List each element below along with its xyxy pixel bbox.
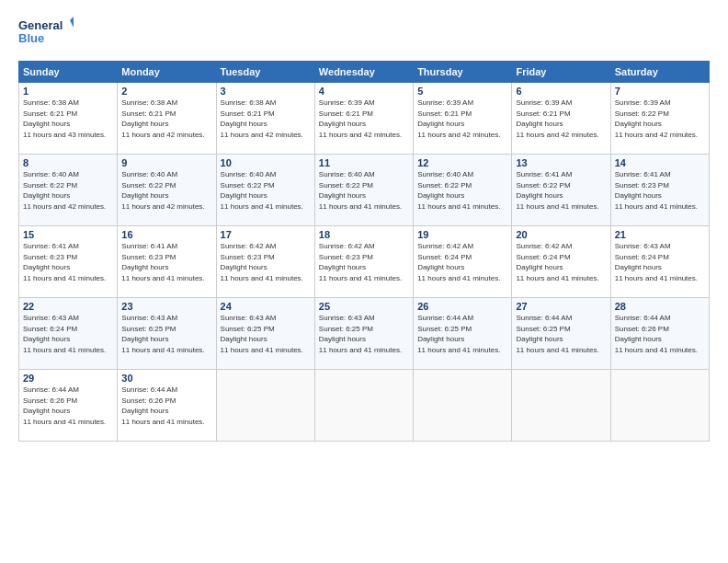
calendar-cell: 20Sunrise: 6:42 AMSunset: 6:24 PMDayligh… bbox=[512, 226, 610, 298]
logo: General Blue bbox=[18, 15, 74, 52]
weekday-header-saturday: Saturday bbox=[610, 62, 709, 83]
weekday-header-friday: Friday bbox=[512, 62, 610, 83]
calendar-cell: 10Sunrise: 6:40 AMSunset: 6:22 PMDayligh… bbox=[216, 155, 314, 226]
calendar-cell: 14Sunrise: 6:41 AMSunset: 6:23 PMDayligh… bbox=[610, 155, 709, 226]
svg-marker-2 bbox=[70, 17, 74, 28]
day-info: Sunrise: 6:44 AMSunset: 6:26 PMDaylight … bbox=[615, 313, 705, 355]
day-info: Sunrise: 6:42 AMSunset: 6:24 PMDaylight … bbox=[417, 241, 507, 283]
calendar-cell: 28Sunrise: 6:44 AMSunset: 6:26 PMDayligh… bbox=[610, 298, 709, 370]
day-number: 19 bbox=[417, 229, 507, 240]
calendar-cell: 15Sunrise: 6:41 AMSunset: 6:23 PMDayligh… bbox=[19, 226, 118, 298]
day-info: Sunrise: 6:43 AMSunset: 6:24 PMDaylight … bbox=[23, 313, 113, 355]
day-info: Sunrise: 6:38 AMSunset: 6:21 PMDaylight … bbox=[221, 98, 311, 140]
day-info: Sunrise: 6:39 AMSunset: 6:22 PMDaylight … bbox=[615, 98, 705, 140]
day-number: 28 bbox=[615, 301, 705, 312]
day-info: Sunrise: 6:44 AMSunset: 6:25 PMDaylight … bbox=[417, 313, 507, 355]
weekday-header-wednesday: Wednesday bbox=[314, 62, 413, 83]
day-info: Sunrise: 6:40 AMSunset: 6:22 PMDaylight … bbox=[417, 169, 507, 212]
calendar-cell: 2Sunrise: 6:38 AMSunset: 6:21 PMDaylight… bbox=[118, 83, 216, 155]
calendar-cell: 12Sunrise: 6:40 AMSunset: 6:22 PMDayligh… bbox=[414, 155, 512, 226]
day-number: 18 bbox=[319, 229, 409, 240]
calendar-cell bbox=[216, 370, 314, 442]
day-info: Sunrise: 6:44 AMSunset: 6:25 PMDaylight … bbox=[516, 313, 606, 355]
day-info: Sunrise: 6:41 AMSunset: 6:23 PMDaylight … bbox=[121, 241, 211, 283]
day-info: Sunrise: 6:38 AMSunset: 6:21 PMDaylight … bbox=[121, 98, 211, 140]
calendar-cell: 21Sunrise: 6:43 AMSunset: 6:24 PMDayligh… bbox=[610, 226, 709, 298]
day-number: 23 bbox=[121, 301, 211, 312]
day-info: Sunrise: 6:44 AMSunset: 6:26 PMDaylight … bbox=[121, 385, 211, 427]
day-number: 1 bbox=[23, 86, 113, 97]
day-info: Sunrise: 6:40 AMSunset: 6:22 PMDaylight … bbox=[121, 169, 211, 212]
day-info: Sunrise: 6:39 AMSunset: 6:21 PMDaylight … bbox=[417, 98, 507, 140]
day-number: 5 bbox=[417, 86, 507, 97]
day-number: 7 bbox=[615, 86, 705, 97]
calendar-cell: 5Sunrise: 6:39 AMSunset: 6:21 PMDaylight… bbox=[414, 83, 512, 155]
calendar-week-4: 22Sunrise: 6:43 AMSunset: 6:24 PMDayligh… bbox=[19, 298, 710, 370]
day-info: Sunrise: 6:40 AMSunset: 6:22 PMDaylight … bbox=[23, 169, 113, 212]
calendar-cell: 27Sunrise: 6:44 AMSunset: 6:25 PMDayligh… bbox=[512, 298, 610, 370]
calendar-cell: 30Sunrise: 6:44 AMSunset: 6:26 PMDayligh… bbox=[118, 370, 216, 442]
weekday-header-monday: Monday bbox=[118, 62, 216, 83]
calendar-week-5: 29Sunrise: 6:44 AMSunset: 6:26 PMDayligh… bbox=[19, 370, 710, 442]
weekday-header-thursday: Thursday bbox=[414, 62, 512, 83]
day-info: Sunrise: 6:39 AMSunset: 6:21 PMDaylight … bbox=[319, 98, 409, 140]
day-info: Sunrise: 6:40 AMSunset: 6:22 PMDaylight … bbox=[319, 169, 409, 212]
calendar-cell bbox=[314, 370, 413, 442]
day-number: 26 bbox=[417, 301, 507, 312]
day-info: Sunrise: 6:40 AMSunset: 6:22 PMDaylight … bbox=[221, 169, 311, 212]
day-number: 4 bbox=[319, 86, 409, 97]
day-number: 9 bbox=[121, 157, 211, 168]
weekday-header-sunday: Sunday bbox=[19, 62, 118, 83]
calendar-week-1: 1Sunrise: 6:38 AMSunset: 6:21 PMDaylight… bbox=[19, 83, 710, 155]
calendar-table: SundayMondayTuesdayWednesdayThursdayFrid… bbox=[18, 61, 710, 442]
day-number: 12 bbox=[417, 157, 507, 168]
day-number: 25 bbox=[319, 301, 409, 312]
day-number: 11 bbox=[319, 157, 409, 168]
calendar-cell: 9Sunrise: 6:40 AMSunset: 6:22 PMDaylight… bbox=[118, 155, 216, 226]
day-number: 22 bbox=[23, 301, 113, 312]
day-number: 24 bbox=[221, 301, 311, 312]
day-number: 29 bbox=[23, 373, 113, 384]
calendar-cell: 22Sunrise: 6:43 AMSunset: 6:24 PMDayligh… bbox=[19, 298, 118, 370]
calendar-cell: 18Sunrise: 6:42 AMSunset: 6:23 PMDayligh… bbox=[314, 226, 413, 298]
calendar-cell: 24Sunrise: 6:43 AMSunset: 6:25 PMDayligh… bbox=[216, 298, 314, 370]
calendar-cell: 8Sunrise: 6:40 AMSunset: 6:22 PMDaylight… bbox=[19, 155, 118, 226]
calendar-cell: 11Sunrise: 6:40 AMSunset: 6:22 PMDayligh… bbox=[314, 155, 413, 226]
calendar-cell: 26Sunrise: 6:44 AMSunset: 6:25 PMDayligh… bbox=[414, 298, 512, 370]
day-info: Sunrise: 6:43 AMSunset: 6:24 PMDaylight … bbox=[615, 241, 705, 283]
calendar-cell: 13Sunrise: 6:41 AMSunset: 6:22 PMDayligh… bbox=[512, 155, 610, 226]
day-info: Sunrise: 6:43 AMSunset: 6:25 PMDaylight … bbox=[221, 313, 311, 355]
day-number: 27 bbox=[516, 301, 606, 312]
day-number: 14 bbox=[615, 157, 705, 168]
day-number: 2 bbox=[121, 86, 211, 97]
page: General Blue SundayMondayTuesdayWednesda… bbox=[0, 0, 728, 563]
day-number: 20 bbox=[516, 229, 606, 240]
day-info: Sunrise: 6:44 AMSunset: 6:26 PMDaylight … bbox=[23, 385, 113, 427]
calendar-week-3: 15Sunrise: 6:41 AMSunset: 6:23 PMDayligh… bbox=[19, 226, 710, 298]
day-number: 8 bbox=[23, 157, 113, 168]
day-number: 21 bbox=[615, 229, 705, 240]
calendar-cell: 23Sunrise: 6:43 AMSunset: 6:25 PMDayligh… bbox=[118, 298, 216, 370]
day-info: Sunrise: 6:42 AMSunset: 6:24 PMDaylight … bbox=[516, 241, 606, 283]
calendar-cell: 19Sunrise: 6:42 AMSunset: 6:24 PMDayligh… bbox=[414, 226, 512, 298]
day-number: 17 bbox=[221, 229, 311, 240]
calendar-cell: 1Sunrise: 6:38 AMSunset: 6:21 PMDaylight… bbox=[19, 83, 118, 155]
day-number: 3 bbox=[221, 86, 311, 97]
day-number: 16 bbox=[121, 229, 211, 240]
day-number: 6 bbox=[516, 86, 606, 97]
day-number: 30 bbox=[121, 373, 211, 384]
calendar-cell: 16Sunrise: 6:41 AMSunset: 6:23 PMDayligh… bbox=[118, 226, 216, 298]
calendar-cell: 3Sunrise: 6:38 AMSunset: 6:21 PMDaylight… bbox=[216, 83, 314, 155]
day-info: Sunrise: 6:39 AMSunset: 6:21 PMDaylight … bbox=[516, 98, 606, 140]
svg-text:General: General bbox=[18, 18, 63, 32]
calendar-cell bbox=[512, 370, 610, 442]
weekday-header-row: SundayMondayTuesdayWednesdayThursdayFrid… bbox=[19, 62, 710, 83]
day-info: Sunrise: 6:41 AMSunset: 6:23 PMDaylight … bbox=[615, 169, 705, 212]
weekday-header-tuesday: Tuesday bbox=[216, 62, 314, 83]
logo-icon: General Blue bbox=[18, 15, 74, 52]
day-number: 15 bbox=[23, 229, 113, 240]
day-info: Sunrise: 6:42 AMSunset: 6:23 PMDaylight … bbox=[221, 241, 311, 283]
day-info: Sunrise: 6:41 AMSunset: 6:23 PMDaylight … bbox=[23, 241, 113, 283]
day-info: Sunrise: 6:43 AMSunset: 6:25 PMDaylight … bbox=[121, 313, 211, 355]
day-info: Sunrise: 6:38 AMSunset: 6:21 PMDaylight … bbox=[23, 98, 113, 140]
